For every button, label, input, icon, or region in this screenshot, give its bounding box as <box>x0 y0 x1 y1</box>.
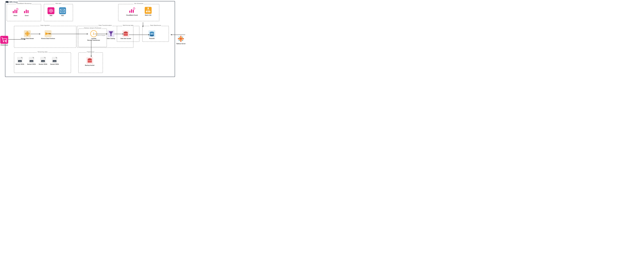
kinesis-stream-icon <box>24 30 31 37</box>
data-ingestion-label: Data Ingestion <box>40 24 50 26</box>
svg-text:JSON: JSON <box>53 61 56 62</box>
svg-point-29 <box>148 7 149 9</box>
redshift-icon <box>148 30 155 37</box>
svg-point-80 <box>88 58 92 60</box>
job-scheduler-label: Job Scheduler <box>134 3 144 4</box>
main-container: aws AWS Cloud CloudWatch Monitoring Mail… <box>0 0 186 78</box>
batch-job-icon-block: Batch Job <box>145 7 152 16</box>
svg-rect-22 <box>129 10 130 13</box>
arrow-stream-to-firehose <box>30 34 42 34</box>
aws-cloud-header: aws AWS Cloud <box>5 1 18 3</box>
aws-logo-icon: aws <box>6 1 8 3</box>
sns-icon <box>48 7 54 14</box>
svg-point-92 <box>182 37 183 37</box>
svg-point-93 <box>179 40 180 41</box>
svg-point-35 <box>146 11 147 12</box>
ses-icon-block: SES <box>59 7 66 16</box>
lambda-label: Lambda Record Transformer <box>87 38 100 41</box>
nested-json-1-icon: JSON <box>17 57 23 63</box>
alarm-label: Alarm <box>14 15 17 16</box>
svg-point-41 <box>26 33 28 34</box>
svg-text:aws: aws <box>6 2 8 2</box>
svg-point-36 <box>148 11 149 12</box>
event-label: Event <box>25 15 28 16</box>
svg-point-50 <box>124 31 128 33</box>
cloudwatch-event-icon <box>128 7 136 14</box>
svg-point-82 <box>3 41 4 42</box>
clickstream-block: Clickstream <box>0 36 8 46</box>
svg-rect-9 <box>26 10 27 13</box>
mail-alert-label: Mail alert <box>55 3 62 4</box>
svg-text:JSON to Parquet: JSON to Parquet <box>96 35 106 36</box>
nested-json-3-block: JSON Nested JSON <box>39 57 47 65</box>
cloudwatch-event-label: CloudWatch Event <box>126 14 138 16</box>
redshift-label: Redshift <box>149 38 154 39</box>
backup-bucket-icon <box>86 57 93 64</box>
alarm-icon <box>12 7 19 14</box>
failed-case-label: Failed case <box>86 51 95 53</box>
svg-text:JSON: JSON <box>42 61 44 62</box>
svg-point-37 <box>149 11 150 12</box>
svg-marker-102 <box>106 33 108 34</box>
kinesis-firehose-label: Kinesis Data Firehose <box>41 38 55 39</box>
kinesis-firehose-icon-block: Kinesis Data Firehose <box>41 30 55 39</box>
svg-rect-2 <box>13 11 14 13</box>
arrow-catalog-to-datalake <box>114 34 125 34</box>
svg-rect-10 <box>28 10 28 13</box>
cloudwatch-monitoring-label: CloudWatch Monitoring <box>16 3 32 4</box>
streaming-data-label: Streaming data <box>37 51 48 53</box>
well-format-label: Well-format data <box>122 24 134 26</box>
svg-text:JSON: JSON <box>18 61 21 62</box>
nested-json-4-icon: JSON <box>52 57 58 63</box>
nested-json-4-label: Nested JSON <box>50 63 59 65</box>
svg-rect-24 <box>133 10 134 13</box>
sns-label: SNS <box>50 15 52 16</box>
backup-bucket-icon-block: Backup bucket <box>85 57 94 66</box>
data-transformation-label: Data Transformation <box>98 24 112 26</box>
backup-bucket-label: Backup bucket <box>85 64 94 66</box>
svg-text:λ: λ <box>93 32 94 35</box>
sns-icon-block: SNS <box>48 7 54 16</box>
nested-json-2-block: JSON Nested JSON <box>27 57 36 65</box>
svg-rect-86 <box>178 38 184 39</box>
data-lake-label: Data lake bucket <box>120 38 131 39</box>
arrow-firehose-to-lambda <box>50 34 90 34</box>
data-catalog-label: Data Catalog <box>107 38 115 39</box>
delivery-stream-label: Delivery stream (Firehose) <box>84 27 102 29</box>
arrow-tableau-to-redshift <box>170 34 186 35</box>
event-icon-block: Event <box>23 7 30 16</box>
job-scheduler-box: Job Scheduler <box>118 4 159 21</box>
svg-rect-4 <box>16 10 17 13</box>
cloudwatch-event-icon-block: CloudWatch Event <box>126 7 138 16</box>
arrow-lambda-to-catalog: JSON to Parquet <box>95 34 109 36</box>
alarm-icon-block: Alarm <box>12 7 19 16</box>
data-warehouse-box: Data Warehouse <box>142 26 169 42</box>
tableau-label: Tableau Server <box>176 43 186 44</box>
clickstream-icon <box>0 36 8 44</box>
svg-rect-81 <box>0 36 8 44</box>
nested-json-2-icon: JSON <box>28 57 34 63</box>
batch-job-icon <box>145 7 152 14</box>
tableau-server-block: Tableau Server <box>176 35 186 44</box>
nested-json-2-label: Nested JSON <box>27 63 36 65</box>
svg-point-94 <box>182 40 183 41</box>
arrow-scheduler-down <box>143 22 143 28</box>
arrow-clickstream-to-kinesis <box>8 39 27 40</box>
svg-text:JSON: JSON <box>30 61 33 62</box>
aws-cloud-label: AWS Cloud <box>9 1 18 3</box>
arrow-lambda-to-backup <box>91 40 92 58</box>
nested-json-3-icon: JSON <box>40 57 46 63</box>
event-icon <box>23 7 30 14</box>
clickstream-label: Clickstream <box>0 44 8 46</box>
arrow-datalake-to-redshift <box>129 34 151 35</box>
svg-rect-3 <box>14 10 16 13</box>
batch-job-label: Batch Job <box>145 14 151 16</box>
kinesis-stream-icon-block: Kinesis Data Stream <box>21 30 34 39</box>
nested-json-1-label: Nested JSON <box>16 63 24 65</box>
svg-rect-8 <box>24 11 25 13</box>
ses-icon <box>59 7 66 14</box>
nested-json-1-block: JSON Nested JSON <box>16 57 24 65</box>
ses-label: SES <box>61 15 64 16</box>
data-warehouse-label: Data Warehouse <box>150 24 162 26</box>
tableau-icon <box>177 35 184 42</box>
